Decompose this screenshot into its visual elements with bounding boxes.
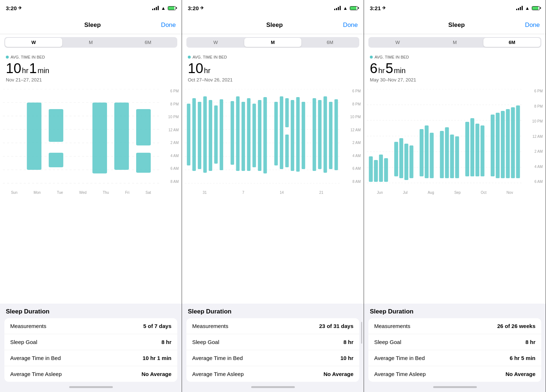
status-bar-3: 3:21 ✈ ▲ bbox=[364, 0, 546, 16]
svg-rect-25 bbox=[198, 102, 201, 169]
segment-control-1: W M 6M bbox=[0, 34, 182, 51]
home-indicator-2 bbox=[182, 382, 364, 392]
chart-bars-3 bbox=[367, 89, 523, 184]
segment-6m-2[interactable]: 6M bbox=[301, 38, 359, 47]
svg-rect-41 bbox=[291, 100, 294, 171]
stat-row-avg-sleep-3: Average Time Asleep No Average bbox=[368, 366, 541, 382]
svg-rect-72 bbox=[470, 118, 474, 176]
done-button-3[interactable]: Done bbox=[525, 21, 540, 29]
metric-section-1: AVG. TIME IN BED 10hr 1min Nov 21–27, 20… bbox=[0, 51, 182, 86]
svg-rect-24 bbox=[192, 98, 196, 171]
chart-bars-2 bbox=[185, 89, 341, 184]
home-indicator-3 bbox=[364, 382, 546, 392]
x-axis-2: 31 7 14 21 bbox=[185, 184, 341, 195]
battery-icon-1 bbox=[168, 6, 176, 10]
segment-w-2[interactable]: W bbox=[187, 38, 244, 47]
scrollbar-2[interactable] bbox=[361, 322, 362, 344]
signal-2 bbox=[334, 6, 341, 10]
segment-m-2[interactable]: M bbox=[244, 38, 301, 47]
home-indicator-1 bbox=[0, 382, 182, 392]
segment-w-3[interactable]: W bbox=[369, 38, 426, 47]
segment-control-3: W M 6M bbox=[364, 34, 546, 51]
stats-card-3: Measurements 26 of 26 weeks Sleep Goal 8… bbox=[368, 318, 541, 382]
stat-row-goal-1: Sleep Goal 8 hr bbox=[4, 334, 177, 350]
svg-rect-48 bbox=[335, 99, 338, 170]
section-title-1: Sleep Duration bbox=[0, 308, 182, 318]
svg-rect-34 bbox=[253, 104, 256, 167]
svg-rect-32 bbox=[242, 102, 245, 171]
svg-rect-69 bbox=[450, 135, 454, 178]
avg-label-3: AVG. TIME IN BED bbox=[370, 55, 540, 59]
stats-card-1: Measurements 5 of 7 days Sleep Goal 8 hr… bbox=[4, 318, 177, 382]
panel-week: 3:20 ✈ ▲ Sleep Done W M 6M bbox=[0, 0, 182, 392]
svg-rect-29 bbox=[219, 99, 223, 170]
stat-row-avg-sleep-1: Average Time Asleep No Average bbox=[4, 366, 177, 382]
svg-rect-13 bbox=[136, 109, 151, 145]
svg-rect-44 bbox=[313, 98, 316, 171]
signal-1 bbox=[152, 6, 159, 10]
svg-rect-57 bbox=[374, 160, 378, 182]
teal-dot-2 bbox=[188, 56, 191, 59]
svg-rect-37 bbox=[274, 102, 278, 165]
svg-rect-64 bbox=[420, 129, 424, 176]
segment-control-2: W M 6M bbox=[182, 34, 364, 51]
battery-icon-3 bbox=[532, 6, 540, 10]
svg-rect-61 bbox=[399, 138, 403, 178]
segment-6m-3[interactable]: 6M bbox=[483, 38, 541, 47]
stat-row-avg-bed-2: Average Time in Bed 10 hr bbox=[186, 350, 359, 366]
section-title-2: Sleep Duration bbox=[182, 308, 364, 318]
svg-rect-35 bbox=[258, 100, 262, 171]
time-1: 3:20 bbox=[6, 5, 17, 11]
home-bar-3 bbox=[433, 386, 477, 388]
segment-w-1[interactable]: W bbox=[5, 38, 62, 47]
y-axis-2: 6 PM 8 PM 10 PM 12 AM 2 AM 4 AM 6 AM 8 A… bbox=[343, 89, 361, 184]
svg-rect-47 bbox=[329, 102, 333, 169]
done-button-1[interactable]: Done bbox=[161, 21, 176, 29]
svg-rect-67 bbox=[440, 131, 444, 178]
home-bar-1 bbox=[69, 386, 113, 388]
svg-rect-66 bbox=[430, 133, 434, 178]
svg-rect-79 bbox=[511, 107, 515, 178]
big-value-2: 10hr bbox=[188, 61, 358, 76]
svg-rect-76 bbox=[496, 113, 500, 178]
date-range-1: Nov 21–27, 2021 bbox=[6, 77, 176, 83]
y-axis-3: 6 PM 8 PM 10 PM 12 AM 2 AM 4 AM 6 AM bbox=[525, 89, 543, 184]
metric-section-2: AVG. TIME IN BED 10hr Oct 27–Nov 26, 202… bbox=[182, 51, 364, 86]
done-button-2[interactable]: Done bbox=[343, 21, 358, 29]
svg-rect-42 bbox=[296, 97, 300, 172]
location-icon-1: ✈ bbox=[18, 5, 22, 11]
svg-rect-73 bbox=[475, 124, 479, 176]
chart-area-2: 6 PM 8 PM 10 PM 12 AM 2 AM 4 AM 6 AM 8 A… bbox=[182, 86, 364, 304]
status-bar-1: 3:20 ✈ ▲ bbox=[0, 0, 182, 16]
svg-rect-60 bbox=[394, 142, 398, 176]
svg-rect-65 bbox=[425, 125, 429, 178]
svg-rect-12 bbox=[114, 103, 129, 170]
svg-rect-80 bbox=[516, 105, 520, 178]
status-bar-2: 3:20 ✈ ▲ bbox=[182, 0, 364, 16]
sleep-duration-1: Sleep Duration Measurements 5 of 7 days … bbox=[0, 304, 182, 382]
svg-rect-38 bbox=[280, 96, 284, 169]
svg-rect-45 bbox=[318, 100, 322, 169]
nav-title-3: Sleep bbox=[448, 21, 465, 29]
chart-bars-1 bbox=[3, 89, 159, 184]
svg-rect-31 bbox=[236, 96, 240, 171]
metric-section-3: AVG. TIME IN BED 6hr 5min May 30–Nov 27,… bbox=[364, 51, 546, 86]
chart-area-1: 6 PM 8 PM 10 PM 12 AM 2 AM 4 AM 6 AM 8 A… bbox=[0, 86, 182, 304]
segment-m-3[interactable]: M bbox=[426, 38, 483, 47]
teal-dot-1 bbox=[6, 56, 9, 59]
big-value-3: 6hr 5min bbox=[370, 61, 540, 76]
svg-rect-63 bbox=[410, 145, 414, 178]
segment-m-1[interactable]: M bbox=[62, 38, 119, 47]
svg-rect-10 bbox=[49, 153, 63, 167]
svg-rect-70 bbox=[455, 136, 459, 178]
segment-6m-1[interactable]: 6M bbox=[119, 38, 177, 47]
svg-rect-23 bbox=[187, 104, 190, 165]
svg-rect-14 bbox=[136, 153, 151, 173]
stat-row-avg-bed-1: Average Time in Bed 10 hr 1 min bbox=[4, 350, 177, 366]
home-bar-2 bbox=[251, 386, 295, 388]
wifi-icon-2: ▲ bbox=[343, 5, 348, 11]
svg-rect-68 bbox=[445, 127, 449, 178]
svg-rect-78 bbox=[506, 109, 510, 178]
stat-row-avg-bed-3: Average Time in Bed 6 hr 5 min bbox=[368, 350, 541, 366]
svg-rect-43 bbox=[302, 102, 305, 169]
